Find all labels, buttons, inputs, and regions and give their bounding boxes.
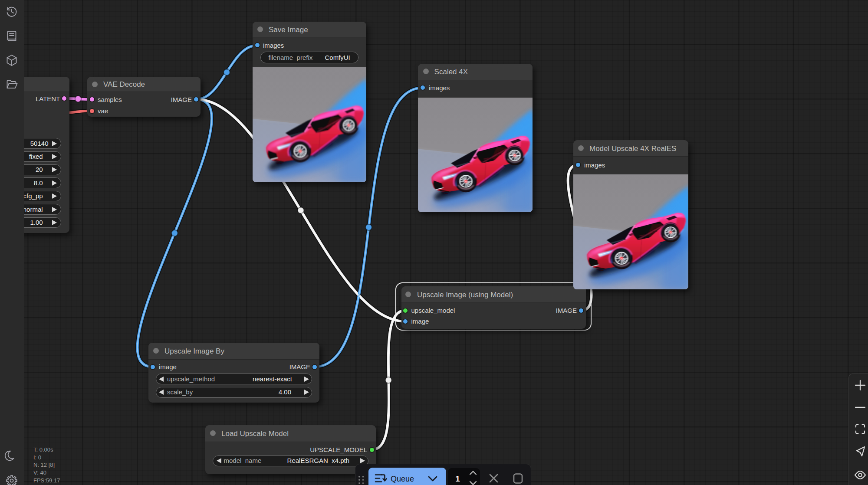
svg-text:Queue: Queue <box>391 475 414 483</box>
svg-text:1: 1 <box>455 474 460 483</box>
